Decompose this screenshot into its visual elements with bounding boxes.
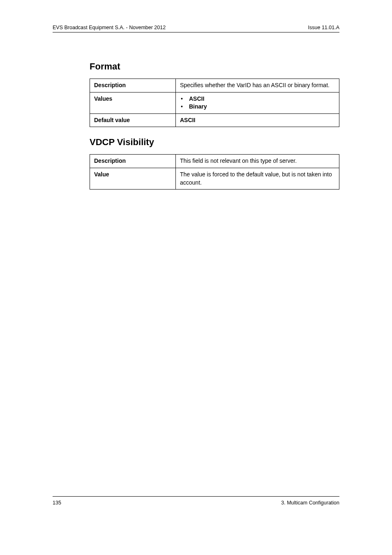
- section-heading-vdcp: VDCP Visibility: [90, 137, 339, 148]
- row-value: Specifies whether the VarID has an ASCII…: [176, 79, 339, 92]
- header-right: Issue 11.01.A: [308, 25, 339, 30]
- header-left: EVS Broadcast Equipment S.A. - November …: [53, 25, 166, 30]
- page-number: 135: [53, 500, 61, 506]
- row-label: Description: [90, 155, 176, 168]
- row-label: Value: [90, 168, 176, 189]
- document-page: EVS Broadcast Equipment S.A. - November …: [0, 0, 392, 555]
- table-row: Description Specifies whether the VarID …: [90, 79, 339, 92]
- row-label: Default value: [90, 113, 176, 127]
- table-row: Value The value is forced to the default…: [90, 168, 339, 189]
- format-table: Description Specifies whether the VarID …: [90, 79, 339, 127]
- row-label: Values: [90, 92, 176, 113]
- table-row: Default value ASCII: [90, 113, 339, 127]
- table-row: Description This field is not relevant o…: [90, 155, 339, 168]
- row-value: ASCII Binary: [176, 92, 339, 113]
- page-content: Format Description Specifies whether the…: [53, 32, 339, 190]
- row-value: ASCII: [176, 113, 339, 127]
- table-row: Values ASCII Binary: [90, 92, 339, 113]
- vdcp-table: Description This field is not relevant o…: [90, 154, 339, 190]
- list-item: ASCII: [180, 95, 335, 103]
- list-item: Binary: [180, 103, 335, 111]
- values-list: ASCII Binary: [180, 95, 335, 111]
- chapter-label: 3. Multicam Configuration: [281, 500, 339, 506]
- row-value: The value is forced to the default value…: [176, 168, 339, 189]
- row-label: Description: [90, 79, 176, 92]
- page-footer: 135 3. Multicam Configuration: [53, 496, 339, 506]
- section-heading-format: Format: [90, 61, 339, 72]
- page-header: EVS Broadcast Equipment S.A. - November …: [53, 25, 339, 32]
- row-value: This field is not relevant on this type …: [176, 155, 339, 168]
